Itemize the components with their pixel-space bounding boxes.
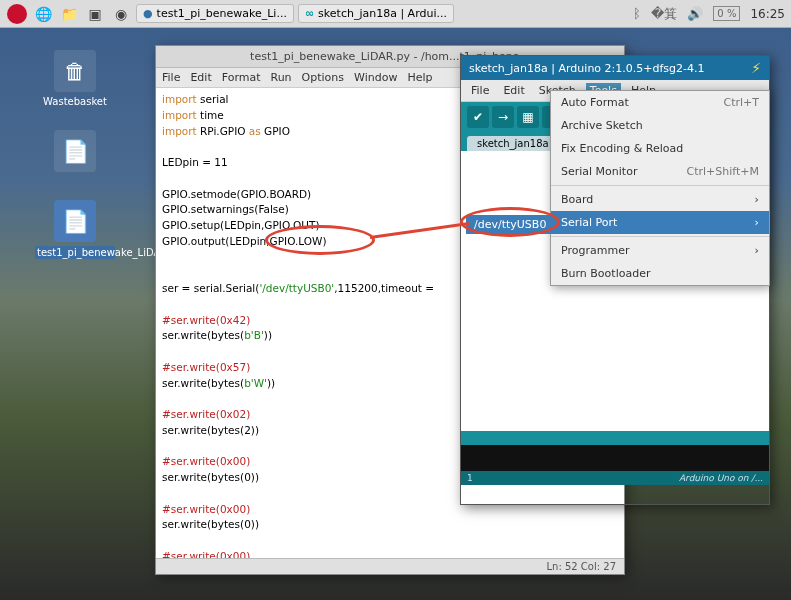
terminal-icon[interactable]: ▣ xyxy=(84,3,106,25)
sketch-tab[interactable]: sketch_jan18a xyxy=(467,136,559,151)
volume-icon[interactable]: 🔊 xyxy=(687,6,703,21)
menu-run[interactable]: Run xyxy=(271,71,292,84)
menu-fixencoding[interactable]: Fix Encoding & Reload xyxy=(551,137,769,160)
task-label: sketch_jan18a | Ardui... xyxy=(318,7,447,20)
menu-serialport[interactable]: Serial Port xyxy=(551,211,769,234)
menu-file[interactable]: File xyxy=(162,71,180,84)
system-top-panel: 🌐 📁 ▣ ◉ ●test1_pi_benewake_Li... ∞sketch… xyxy=(0,0,791,28)
menu-autoformat[interactable]: Auto FormatCtrl+T xyxy=(551,91,769,114)
files-icon[interactable]: 📁 xyxy=(58,3,80,25)
menu-icon[interactable] xyxy=(6,3,28,25)
trash-icon: 🗑 xyxy=(54,50,96,92)
menu-programmer[interactable]: Programmer xyxy=(551,239,769,262)
menu-format[interactable]: Format xyxy=(222,71,261,84)
web-icon[interactable]: 🌐 xyxy=(32,3,54,25)
menu-window[interactable]: Window xyxy=(354,71,397,84)
clock[interactable]: 16:25 xyxy=(750,7,785,21)
window-title: sketch_jan18a | Arduino 2:1.0.5+dfsg2-4.… xyxy=(469,62,705,75)
document-icon: 📄 xyxy=(54,200,96,242)
app-icon[interactable]: ◉ xyxy=(110,3,132,25)
menu-burnbootloader[interactable]: Burn Bootloader xyxy=(551,262,769,285)
menu-serialmonitor[interactable]: Serial MonitorCtrl+Shift+M xyxy=(551,160,769,183)
document-icon: 📄 xyxy=(54,130,96,172)
taskbar-item-arduino[interactable]: ∞sketch_jan18a | Ardui... xyxy=(298,4,454,23)
bluetooth-icon[interactable]: ᛒ xyxy=(633,6,641,21)
tools-dropdown: Auto FormatCtrl+T Archive Sketch Fix Enc… xyxy=(550,90,770,286)
icon-label: test1_pi_benewake_LiDAR... xyxy=(35,246,115,259)
icon-label: Wastebasket xyxy=(35,96,115,107)
wifi-icon[interactable]: �箕 xyxy=(651,5,677,23)
menu-edit[interactable]: Edit xyxy=(190,71,211,84)
bolt-icon: ⚡ xyxy=(751,60,761,76)
menu-edit[interactable]: Edit xyxy=(499,83,528,98)
menu-file[interactable]: File xyxy=(467,83,493,98)
taskbar-item-editor[interactable]: ●test1_pi_benewake_Li... xyxy=(136,4,294,23)
desktop-icon-wastebasket[interactable]: 🗑 Wastebasket xyxy=(35,50,115,107)
battery-indicator[interactable]: 0 % xyxy=(713,6,740,21)
serialport-value[interactable]: /dev/ttyUSB0 xyxy=(466,215,554,234)
menu-archive[interactable]: Archive Sketch xyxy=(551,114,769,137)
status-bar: Ln: 52 Col: 27 xyxy=(156,558,624,574)
task-label: test1_pi_benewake_Li... xyxy=(157,7,287,20)
menu-options[interactable]: Options xyxy=(302,71,344,84)
desktop-icon-script[interactable]: 📄 test1_pi_benewake_LiDAR... xyxy=(35,200,115,259)
console-area xyxy=(461,431,769,471)
verify-button[interactable]: ✔ xyxy=(467,106,489,128)
menu-board[interactable]: Board xyxy=(551,188,769,211)
line-number: 1 xyxy=(467,473,473,483)
desktop-icon-doc1[interactable]: 📄 xyxy=(35,130,115,176)
system-tray: ᛒ �箕 🔊 0 % 16:25 xyxy=(633,5,785,23)
upload-button[interactable]: → xyxy=(492,106,514,128)
arduino-statusbar: 1 Arduino Uno on /... xyxy=(461,471,769,485)
menu-help[interactable]: Help xyxy=(407,71,432,84)
new-button[interactable]: ▦ xyxy=(517,106,539,128)
window-title-bar: sketch_jan18a | Arduino 2:1.0.5+dfsg2-4.… xyxy=(461,56,769,80)
board-info: Arduino Uno on /... xyxy=(679,473,763,483)
